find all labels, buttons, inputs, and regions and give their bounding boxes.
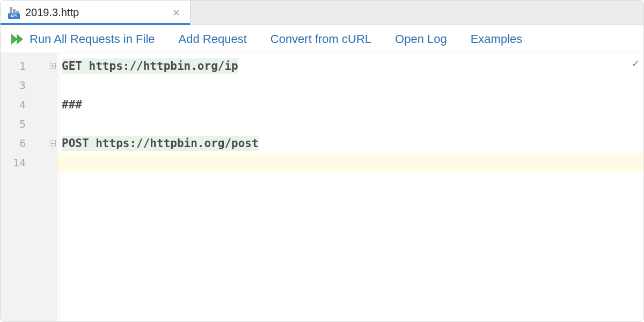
tab-bar: API 2019.3.http ✕	[1, 1, 643, 25]
code-line[interactable]: ###	[57, 95, 643, 114]
code-text: POST https://httpbin.org/post	[62, 136, 259, 151]
gutter-row: 5	[1, 114, 57, 134]
fold-expand-icon[interactable]	[50, 141, 56, 147]
line-number: 5	[19, 118, 26, 130]
line-number: 4	[19, 98, 26, 111]
editor-area: 1345614 ✓ GET https://httpbin.org/ip###P…	[1, 53, 643, 322]
open-log-button[interactable]: Open Log	[395, 32, 447, 46]
gutter-row: 14	[1, 153, 57, 172]
convert-curl-button[interactable]: Convert from cURL	[270, 32, 371, 46]
run-all-icon	[11, 34, 24, 45]
run-all-button[interactable]: Run All Requests in File	[11, 32, 155, 46]
code-line[interactable]	[57, 114, 643, 134]
gutter-row: 6	[1, 134, 57, 153]
line-number: 14	[13, 156, 26, 169]
gutter: 1345614	[1, 53, 57, 322]
code-line[interactable]: GET https://httpbin.org/ip	[57, 56, 643, 76]
gutter-row: 1	[1, 56, 57, 76]
tab-filename: 2019.3.http	[25, 6, 79, 19]
code-line[interactable]	[57, 153, 643, 172]
code-line[interactable]	[57, 76, 643, 95]
line-number: 1	[19, 60, 26, 72]
add-request-button[interactable]: Add Request	[179, 32, 247, 46]
analysis-ok-icon[interactable]: ✓	[632, 56, 639, 70]
gutter-row: 3	[1, 76, 57, 95]
code-text: GET https://httpbin.org/ip	[62, 58, 238, 74]
action-bar: Run All Requests in File Add Request Con…	[1, 25, 643, 53]
examples-button[interactable]: Examples	[471, 32, 523, 46]
line-number: 6	[19, 137, 26, 150]
http-file-icon: API	[8, 7, 20, 19]
fold-expand-icon[interactable]	[50, 63, 56, 69]
close-tab-icon[interactable]: ✕	[170, 5, 182, 21]
code-area[interactable]: ✓ GET https://httpbin.org/ip###POST http…	[57, 53, 643, 322]
gutter-row: 4	[1, 95, 57, 114]
code-line[interactable]: POST https://httpbin.org/post	[57, 134, 643, 153]
file-tab[interactable]: API 2019.3.http ✕	[1, 1, 191, 25]
code-text: ###	[62, 98, 82, 111]
line-number: 3	[19, 79, 26, 92]
